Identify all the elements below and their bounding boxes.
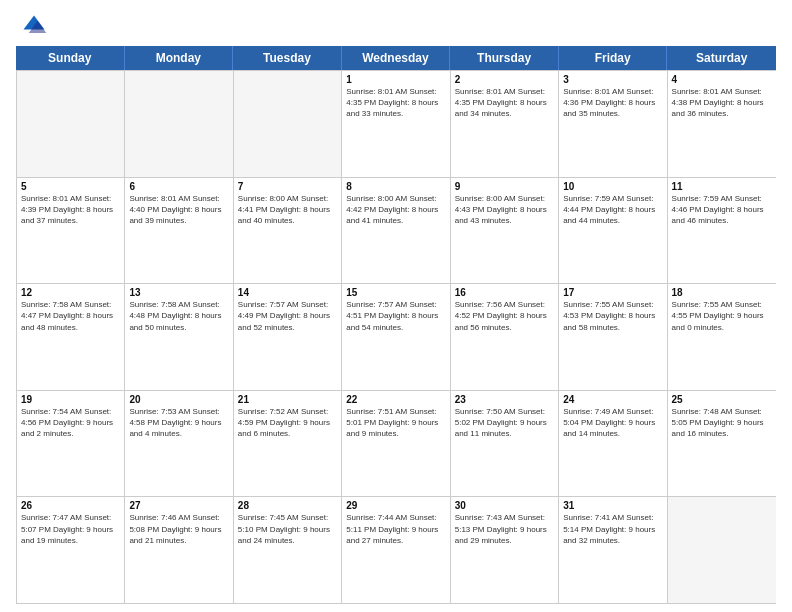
day-number: 29 [346,500,445,511]
week-row: 1Sunrise: 8:01 AM Sunset: 4:35 PM Daylig… [17,70,776,177]
week-row: 26Sunrise: 7:47 AM Sunset: 5:07 PM Dayli… [17,496,776,603]
day-info: Sunrise: 8:00 AM Sunset: 4:42 PM Dayligh… [346,193,445,227]
logo-icon [20,12,48,40]
weeks: 1Sunrise: 8:01 AM Sunset: 4:35 PM Daylig… [16,70,776,604]
day-info: Sunrise: 7:52 AM Sunset: 4:59 PM Dayligh… [238,406,337,440]
week-row: 5Sunrise: 8:01 AM Sunset: 4:39 PM Daylig… [17,177,776,284]
day-info: Sunrise: 7:49 AM Sunset: 5:04 PM Dayligh… [563,406,662,440]
day-number: 30 [455,500,554,511]
day-cell: 27Sunrise: 7:46 AM Sunset: 5:08 PM Dayli… [125,497,233,603]
day-cell: 3Sunrise: 8:01 AM Sunset: 4:36 PM Daylig… [559,71,667,177]
day-info: Sunrise: 7:51 AM Sunset: 5:01 PM Dayligh… [346,406,445,440]
page: SundayMondayTuesdayWednesdayThursdayFrid… [0,0,792,612]
calendar: SundayMondayTuesdayWednesdayThursdayFrid… [16,46,776,604]
day-cell: 8Sunrise: 8:00 AM Sunset: 4:42 PM Daylig… [342,178,450,284]
day-header: Tuesday [233,46,342,70]
day-cell: 19Sunrise: 7:54 AM Sunset: 4:56 PM Dayli… [17,391,125,497]
day-number: 16 [455,287,554,298]
day-cell: 29Sunrise: 7:44 AM Sunset: 5:11 PM Dayli… [342,497,450,603]
week-row: 12Sunrise: 7:58 AM Sunset: 4:47 PM Dayli… [17,283,776,390]
day-info: Sunrise: 7:59 AM Sunset: 4:44 PM Dayligh… [563,193,662,227]
day-number: 22 [346,394,445,405]
day-cell: 31Sunrise: 7:41 AM Sunset: 5:14 PM Dayli… [559,497,667,603]
day-info: Sunrise: 8:01 AM Sunset: 4:39 PM Dayligh… [21,193,120,227]
day-number: 10 [563,181,662,192]
day-number: 23 [455,394,554,405]
day-header: Friday [559,46,668,70]
day-number: 28 [238,500,337,511]
day-info: Sunrise: 7:58 AM Sunset: 4:47 PM Dayligh… [21,299,120,333]
day-info: Sunrise: 7:53 AM Sunset: 4:58 PM Dayligh… [129,406,228,440]
day-number: 1 [346,74,445,85]
day-number: 27 [129,500,228,511]
day-cell: 11Sunrise: 7:59 AM Sunset: 4:46 PM Dayli… [668,178,776,284]
day-headers: SundayMondayTuesdayWednesdayThursdayFrid… [16,46,776,70]
day-cell: 23Sunrise: 7:50 AM Sunset: 5:02 PM Dayli… [451,391,559,497]
day-number: 3 [563,74,662,85]
day-header: Monday [125,46,234,70]
day-info: Sunrise: 7:58 AM Sunset: 4:48 PM Dayligh… [129,299,228,333]
day-info: Sunrise: 7:45 AM Sunset: 5:10 PM Dayligh… [238,512,337,546]
day-number: 12 [21,287,120,298]
day-info: Sunrise: 8:00 AM Sunset: 4:43 PM Dayligh… [455,193,554,227]
day-cell: 12Sunrise: 7:58 AM Sunset: 4:47 PM Dayli… [17,284,125,390]
day-cell: 25Sunrise: 7:48 AM Sunset: 5:05 PM Dayli… [668,391,776,497]
day-number: 8 [346,181,445,192]
day-header: Sunday [16,46,125,70]
day-cell: 2Sunrise: 8:01 AM Sunset: 4:35 PM Daylig… [451,71,559,177]
day-cell: 30Sunrise: 7:43 AM Sunset: 5:13 PM Dayli… [451,497,559,603]
day-cell: 10Sunrise: 7:59 AM Sunset: 4:44 PM Dayli… [559,178,667,284]
day-number: 15 [346,287,445,298]
day-info: Sunrise: 8:00 AM Sunset: 4:41 PM Dayligh… [238,193,337,227]
day-number: 31 [563,500,662,511]
day-info: Sunrise: 7:48 AM Sunset: 5:05 PM Dayligh… [672,406,772,440]
day-info: Sunrise: 8:01 AM Sunset: 4:38 PM Dayligh… [672,86,772,120]
day-cell: 13Sunrise: 7:58 AM Sunset: 4:48 PM Dayli… [125,284,233,390]
day-cell: 15Sunrise: 7:57 AM Sunset: 4:51 PM Dayli… [342,284,450,390]
day-number: 25 [672,394,772,405]
day-cell: 18Sunrise: 7:55 AM Sunset: 4:55 PM Dayli… [668,284,776,390]
day-header: Saturday [667,46,776,70]
day-number: 18 [672,287,772,298]
day-number: 4 [672,74,772,85]
day-cell [234,71,342,177]
day-cell: 16Sunrise: 7:56 AM Sunset: 4:52 PM Dayli… [451,284,559,390]
day-cell: 4Sunrise: 8:01 AM Sunset: 4:38 PM Daylig… [668,71,776,177]
day-cell: 24Sunrise: 7:49 AM Sunset: 5:04 PM Dayli… [559,391,667,497]
day-number: 5 [21,181,120,192]
day-cell: 20Sunrise: 7:53 AM Sunset: 4:58 PM Dayli… [125,391,233,497]
logo [20,12,52,40]
day-header: Thursday [450,46,559,70]
day-info: Sunrise: 7:55 AM Sunset: 4:53 PM Dayligh… [563,299,662,333]
day-cell: 28Sunrise: 7:45 AM Sunset: 5:10 PM Dayli… [234,497,342,603]
day-number: 11 [672,181,772,192]
day-info: Sunrise: 8:01 AM Sunset: 4:36 PM Dayligh… [563,86,662,120]
day-info: Sunrise: 7:44 AM Sunset: 5:11 PM Dayligh… [346,512,445,546]
day-cell: 22Sunrise: 7:51 AM Sunset: 5:01 PM Dayli… [342,391,450,497]
day-number: 2 [455,74,554,85]
day-info: Sunrise: 8:01 AM Sunset: 4:35 PM Dayligh… [455,86,554,120]
day-info: Sunrise: 7:57 AM Sunset: 4:49 PM Dayligh… [238,299,337,333]
day-number: 14 [238,287,337,298]
day-info: Sunrise: 7:50 AM Sunset: 5:02 PM Dayligh… [455,406,554,440]
day-info: Sunrise: 7:54 AM Sunset: 4:56 PM Dayligh… [21,406,120,440]
day-number: 20 [129,394,228,405]
day-cell: 1Sunrise: 8:01 AM Sunset: 4:35 PM Daylig… [342,71,450,177]
day-info: Sunrise: 7:55 AM Sunset: 4:55 PM Dayligh… [672,299,772,333]
day-cell: 5Sunrise: 8:01 AM Sunset: 4:39 PM Daylig… [17,178,125,284]
day-info: Sunrise: 7:57 AM Sunset: 4:51 PM Dayligh… [346,299,445,333]
day-cell: 21Sunrise: 7:52 AM Sunset: 4:59 PM Dayli… [234,391,342,497]
week-row: 19Sunrise: 7:54 AM Sunset: 4:56 PM Dayli… [17,390,776,497]
day-cell: 26Sunrise: 7:47 AM Sunset: 5:07 PM Dayli… [17,497,125,603]
day-number: 26 [21,500,120,511]
day-header: Wednesday [342,46,451,70]
day-info: Sunrise: 7:59 AM Sunset: 4:46 PM Dayligh… [672,193,772,227]
day-cell: 17Sunrise: 7:55 AM Sunset: 4:53 PM Dayli… [559,284,667,390]
day-info: Sunrise: 8:01 AM Sunset: 4:40 PM Dayligh… [129,193,228,227]
day-cell [17,71,125,177]
day-info: Sunrise: 7:41 AM Sunset: 5:14 PM Dayligh… [563,512,662,546]
header [0,0,792,46]
day-number: 13 [129,287,228,298]
day-cell: 6Sunrise: 8:01 AM Sunset: 4:40 PM Daylig… [125,178,233,284]
day-number: 17 [563,287,662,298]
